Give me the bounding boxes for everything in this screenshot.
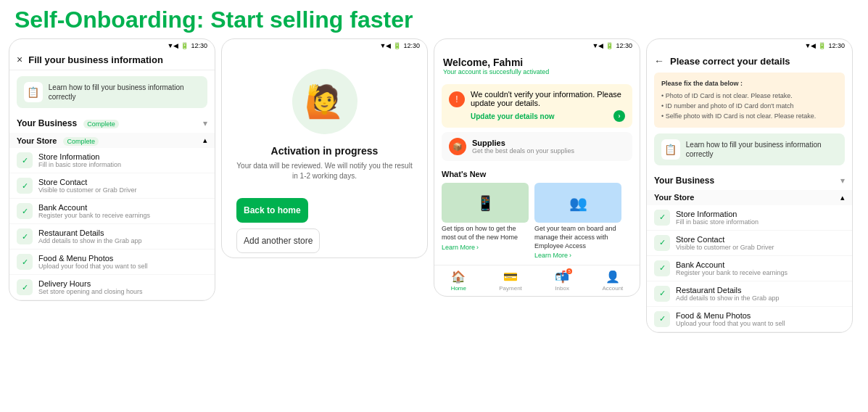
list-item[interactable]: ✓ Bank AccountRegister your bank to rece… — [647, 256, 852, 281]
payment-icon: 💳 — [503, 270, 518, 284]
signal-icon: ▼◀ — [168, 42, 179, 49]
status-bar-2: ▼◀ 🔋 12:30 — [222, 39, 427, 51]
check-icon: ✓ — [17, 203, 33, 219]
time-label: 12:30 — [403, 42, 420, 49]
news-card-1[interactable]: 📱 Get tips on how to get the most out of… — [442, 183, 529, 259]
list-item[interactable]: ✓ Store InformationFill in basic store i… — [9, 148, 215, 173]
error-line-1: • Photo of ID Card is not clear. Please … — [661, 91, 838, 101]
status-bar-4: ▼◀ 🔋 12:30 — [647, 39, 852, 51]
check-icon: ✓ — [17, 254, 33, 270]
list-item[interactable]: ✓ Food & Menu PhotosUpload your food tha… — [9, 250, 215, 275]
person-illustration: 🙋 — [292, 69, 357, 134]
error-line-3: • Selfie photo with ID Card is not clear… — [661, 111, 838, 121]
chevron-up-icon: ▴ — [203, 136, 207, 145]
top-bar-4: ← Please correct your details — [647, 51, 852, 73]
info-icon: 📋 — [24, 82, 43, 102]
back-to-home-button[interactable]: Back to home — [236, 198, 308, 223]
check-icon: ✓ — [17, 152, 33, 168]
news-cards: 📱 Get tips on how to get the most out of… — [434, 180, 640, 262]
list-item[interactable]: ✓ Delivery HoursSet store opening and cl… — [9, 275, 215, 300]
signal-icon: ▼◀ — [805, 42, 817, 49]
list-item[interactable]: ✓ Restaurant DetailsAdd details to show … — [9, 224, 215, 250]
learn-more-2[interactable]: Learn More› — [534, 252, 621, 259]
screen-correct-details: ▼◀ 🔋 12:30 ← Please correct your details… — [646, 38, 853, 333]
back-arrow-icon[interactable]: ← — [654, 55, 664, 67]
signal-icon: ▼◀ — [380, 42, 392, 49]
bottom-nav: 🏠 Home 💳 Payment 📬5 Inbox 👤 Account — [434, 265, 640, 296]
nav-inbox[interactable]: 📬5 Inbox — [555, 270, 569, 292]
menu-items-list: ✓ Store InformationFill in basic store i… — [9, 148, 215, 300]
battery-icon: 🔋 — [605, 42, 613, 49]
nav-home[interactable]: 🏠 Home — [451, 270, 466, 292]
screen4-title: Please correct your details — [670, 56, 790, 67]
info-icon: 📋 — [661, 139, 680, 160]
screen1-title: Fill your business information — [28, 54, 163, 65]
error-box: Please fix the data below : • Photo of I… — [654, 73, 845, 128]
add-another-store-button[interactable]: Add another store — [236, 228, 320, 253]
check-icon: ✓ — [654, 235, 670, 251]
home-icon: 🏠 — [451, 270, 466, 284]
alert-card: ! We couldn't verify your information. P… — [442, 84, 632, 128]
time-label: 12:30 — [616, 42, 632, 49]
check-icon: ✓ — [17, 178, 33, 194]
signal-icon: ▼◀ — [592, 42, 604, 49]
header: Self-Onboarding: Start selling faster — [0, 0, 868, 38]
illustration: 🙋 — [222, 51, 427, 145]
time-label: 12:30 — [191, 42, 207, 49]
battery-icon: 🔋 — [181, 42, 189, 49]
your-business-section-4[interactable]: Your Business ▾ — [647, 171, 852, 190]
close-icon[interactable]: × — [17, 54, 22, 65]
news-image-2: 👥 — [534, 183, 621, 223]
top-bar-1: × Fill your business information — [9, 51, 215, 70]
check-icon: ✓ — [654, 260, 670, 276]
info-text: Learn how to fill your business informat… — [49, 83, 200, 102]
battery-icon: 🔋 — [818, 42, 826, 49]
inbox-icon: 📬5 — [555, 270, 569, 284]
screen-welcome: ▼◀ 🔋 12:30 Welcome, Fahmi Your account i… — [434, 38, 640, 297]
your-store-subsection[interactable]: Your Store Complete ▴ — [9, 133, 215, 148]
chevron-up-icon: ▴ — [840, 193, 845, 202]
chevron-down-icon: ▾ — [203, 118, 207, 128]
status-bar-1: ▼◀ 🔋 12:30 — [9, 39, 215, 51]
nav-account[interactable]: 👤 Account — [602, 270, 623, 292]
update-link[interactable]: Update your details now › — [471, 110, 625, 122]
check-icon: ✓ — [17, 228, 33, 244]
your-store-subsection-4[interactable]: Your Store ▴ — [647, 190, 852, 205]
news-image-1: 📱 — [442, 183, 529, 223]
list-item[interactable]: ✓ Store InformationFill in basic store i… — [647, 205, 852, 231]
alert-icon: ! — [449, 91, 465, 107]
time-label: 12:30 — [828, 42, 845, 49]
supplies-icon: 📦 — [449, 138, 466, 155]
list-item[interactable]: ✓ Restaurant DetailsAdd details to show … — [647, 281, 852, 307]
activation-text: Activation in progress Your data will be… — [222, 145, 427, 192]
supplies-card[interactable]: 📦 Supplies Get the best deals on your su… — [442, 132, 632, 161]
check-icon: ✓ — [654, 286, 670, 302]
account-icon: 👤 — [605, 270, 620, 284]
check-icon: ✓ — [654, 210, 670, 226]
list-item[interactable]: ✓ Bank AccountRegister your bank to rece… — [9, 199, 215, 224]
check-icon: ✓ — [654, 311, 670, 327]
info-card-4: 📋 Learn how to fill your business inform… — [654, 133, 845, 165]
check-icon: ✓ — [17, 279, 33, 295]
learn-more-1[interactable]: Learn More› — [442, 244, 529, 251]
your-business-section[interactable]: Your Business Complete ▾ — [9, 114, 215, 133]
screens-container: ▼◀ 🔋 12:30 × Fill your business informat… — [0, 38, 868, 333]
menu-items-list-4: ✓ Store InformationFill in basic store i… — [647, 205, 852, 332]
inbox-badge: 5 — [566, 268, 572, 274]
info-text: Learn how to fill your business informat… — [686, 140, 838, 159]
chevron-down-icon: ▾ — [840, 176, 845, 186]
news-card-2[interactable]: 👥 Get your team on board and manage thei… — [534, 183, 621, 259]
welcome-header: Welcome, Fahmi Your account is succesful… — [434, 51, 640, 80]
screen-fill-business: ▼◀ 🔋 12:30 × Fill your business informat… — [9, 38, 215, 301]
alert-text: We couldn't verify your information. Ple… — [471, 90, 625, 107]
arrow-icon: › — [613, 110, 625, 122]
screen-activation: ▼◀ 🔋 12:30 🙋 Activation in progress Your… — [221, 38, 428, 258]
list-item[interactable]: ✓ Store ContactVisible to customer or Gr… — [9, 173, 215, 199]
whats-new-label: What's New — [434, 165, 640, 180]
list-item[interactable]: ✓ Food & Menu PhotosUpload your food tha… — [647, 307, 852, 332]
battery-icon: 🔋 — [393, 42, 401, 49]
nav-payment[interactable]: 💳 Payment — [499, 270, 522, 292]
list-item[interactable]: ✓ Store ContactVisible to customer or Gr… — [647, 231, 852, 256]
page-title: Self-Onboarding: Start selling faster — [15, 7, 853, 33]
status-bar-3: ▼◀ 🔋 12:30 — [434, 39, 640, 51]
